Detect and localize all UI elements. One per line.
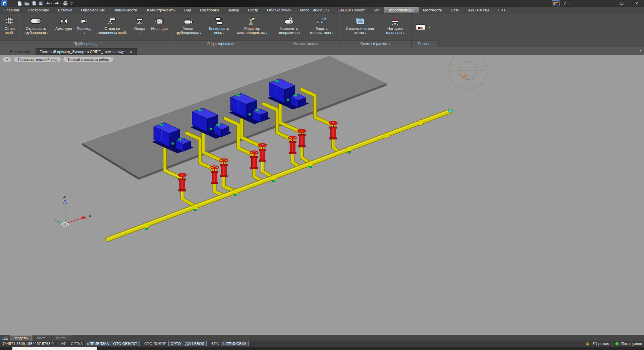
reducer-button[interactable]: Переход ▾ xyxy=(74,14,94,40)
menu-tab-oblaka-tochek[interactable]: Облака точек xyxy=(263,7,296,13)
toggle-otrack-polar[interactable]: ОТС-ПОЛЯР xyxy=(144,342,166,346)
grid-axes-button[interactable]: Сетка осей▾ xyxy=(1,14,19,40)
viewport-plus-button[interactable]: + xyxy=(3,56,11,62)
ucs-axes-icon: Z X xyxy=(55,194,91,226)
tab-sheet1[interactable]: Лист1 xyxy=(32,335,51,341)
help-button[interactable]: ? xyxy=(561,1,568,6)
status-right-group: 3D-режим | Показ узлов xyxy=(586,342,642,346)
menu-tab-nastroyki[interactable]: Настройки xyxy=(196,7,223,13)
menu-tab-avs-smety[interactable]: АВС Сметы xyxy=(464,7,493,13)
minicatalog-button[interactable]: Задать миникаталог▾ xyxy=(305,14,338,40)
menu-tab-postroenie[interactable]: Построение xyxy=(23,7,54,13)
offset-elbow-button[interactable]: Отвод со смещением осей▾ xyxy=(94,14,130,40)
3d-mode-label[interactable]: 3D-режим xyxy=(592,342,609,346)
metal-editor-button[interactable]: Редактор металлопроката▾ xyxy=(233,14,271,40)
menu-tab-oformlenie[interactable]: Оформление xyxy=(77,7,109,13)
close-button[interactable]: ✕ xyxy=(629,0,644,7)
3d-scene: Z X xyxy=(0,55,644,335)
dropdown-arrow-icon: ▾ xyxy=(84,32,85,34)
toggle-osnap[interactable]: оПРИВЯЗКА xyxy=(85,341,111,346)
navigation-wheel[interactable] xyxy=(448,55,487,90)
menu-tab-gtp[interactable]: ГТП xyxy=(493,7,509,13)
doc-tab-test-example[interactable]: Тестовый пример_Экспорт в CPIPE_+земля.d… xyxy=(36,48,137,55)
toggle-otrack-object[interactable]: ОТС-ОБЪЕКТ xyxy=(111,341,140,346)
dropdown-arrow-icon: ▾ xyxy=(47,32,48,34)
isometric-scheme-button[interactable]: AXO Изометрическая схема▾ xyxy=(340,14,380,40)
ribbon-tab-bar: Главная Построение Вставка Оформление За… xyxy=(0,7,644,13)
menu-tab-truboprovody[interactable]: Трубопроводы xyxy=(384,7,419,13)
toggle-dyn-input[interactable]: ДИН-ВВОД xyxy=(183,341,207,346)
armature-button[interactable]: Арматура ▾ xyxy=(53,14,74,40)
menu-tab-glavnaya[interactable]: Главная xyxy=(0,7,23,13)
dropdown-arrow-icon: ▾ xyxy=(266,32,267,34)
ribbon-group-shemy: AXO Изометрическая схема▾ Нагрузки на оп… xyxy=(339,13,412,47)
toggle-lineweight[interactable]: ВЕС xyxy=(211,342,219,346)
menu-tab-mestnost[interactable]: Местность xyxy=(419,7,446,13)
toggle-hatch[interactable]: ШТРИХОВКА xyxy=(221,341,249,346)
dropdown-arrow-icon: ▾ xyxy=(126,32,128,34)
interface-settings-icon[interactable] xyxy=(552,0,560,6)
menu-tab-geo[interactable]: Гео xyxy=(369,7,384,13)
assign-sizes-icon: A xyxy=(284,15,294,27)
dropdown-arrow-icon[interactable]: ▾ xyxy=(429,26,430,29)
dropdown-arrow-icon: ▾ xyxy=(13,32,15,34)
restore-button[interactable]: ❐ xyxy=(614,0,629,7)
copy-all-button[interactable]: Копировать весь▾ xyxy=(205,14,233,40)
menu-tab-3d-instrumenty[interactable]: 3D-инструменты xyxy=(142,7,180,13)
close-tab-icon[interactable]: ✕ xyxy=(129,50,132,54)
minimize-button[interactable]: — xyxy=(600,0,614,7)
draw-pipeline-button[interactable]: Отрисовать трубопровод▾ xyxy=(19,14,53,40)
doc-tab-unnamed[interactable]: Без имени0* xyxy=(6,49,36,55)
support-button[interactable]: Опора ▾ xyxy=(130,14,149,40)
menu-tab-vid[interactable]: Вид xyxy=(180,7,196,13)
viewport-visual-style-control[interactable]: Точный с показом рёбер xyxy=(63,56,114,62)
command-line-field[interactable] xyxy=(12,347,97,350)
save-as-icon[interactable] xyxy=(39,0,44,6)
save-icon[interactable] xyxy=(32,0,37,6)
tab-sheet2[interactable]: Лист2 xyxy=(52,335,70,341)
help-dropdown-icon[interactable]: ▾ xyxy=(568,2,570,5)
app-logo-icon[interactable] xyxy=(0,0,9,7)
undo-dropdown-icon[interactable]: ▾ xyxy=(51,2,52,5)
layout-list-icon[interactable] xyxy=(0,336,10,340)
show-nodes-label[interactable]: Показ узлов xyxy=(621,342,642,346)
tab-list-dropdown-icon[interactable]: ▾ xyxy=(640,49,641,52)
toggle-grid[interactable]: СЕТКА xyxy=(71,342,83,346)
qat-customize-icon[interactable] xyxy=(70,0,73,6)
support-icon xyxy=(135,15,144,27)
status-separator: | xyxy=(612,342,613,346)
toggle-step[interactable]: ШАГ xyxy=(58,342,66,346)
menu-tab-seti[interactable]: Сети xyxy=(446,7,464,13)
menu-tab-zavisimosti[interactable]: Зависимости xyxy=(109,7,142,13)
menu-tab-rastr[interactable]: Растр xyxy=(244,7,263,13)
reducer-icon xyxy=(80,15,88,27)
pipe-slope-button[interactable]: Уклон трубопровода▾ xyxy=(172,14,205,40)
tab-model[interactable]: Модель xyxy=(10,335,32,341)
new-file-icon[interactable] xyxy=(17,0,22,6)
redo-dropdown-icon[interactable]: ▾ xyxy=(60,2,61,5)
bottom-strip xyxy=(0,347,644,350)
open-file-icon[interactable] xyxy=(24,0,30,6)
print-icon[interactable] xyxy=(63,0,68,6)
menu-tab-cadlib-proekt[interactable]: CADLib Проект xyxy=(333,7,369,13)
menu-tab-vstavka[interactable]: Вставка xyxy=(54,7,77,13)
assign-sizes-button[interactable]: A Назначить типоразмеры xyxy=(273,14,305,40)
3d-viewport[interactable]: + Пользовательский вид Точный с показом … xyxy=(0,55,644,335)
svg-text:AXO: AXO xyxy=(359,18,363,20)
support-loads-icon xyxy=(390,15,400,27)
cursor-coordinates: -744571.8309,1854497.5763,0 xyxy=(1,342,54,346)
metal-editor-icon xyxy=(248,15,257,27)
layout-tab-bar: Модель Лист1 Лист2 xyxy=(0,335,644,341)
insulation-button[interactable]: Изоляция xyxy=(149,14,170,40)
toggle-ortho[interactable]: ОРТО xyxy=(168,341,183,346)
undo-icon[interactable]: ▾ xyxy=(46,0,52,6)
ms-button[interactable]: ms ▾ xyxy=(412,14,434,40)
ribbon-group-minikatalogi: A Назначить типоразмеры Задать миникатал… xyxy=(272,13,339,47)
menu-tab-model-studio[interactable]: Model Studio CS xyxy=(296,7,333,13)
title-bar-controls: ? ▾ — ❐ ✕ xyxy=(552,0,644,7)
viewport-view-control[interactable]: Пользовательский вид xyxy=(13,56,61,62)
redo-icon[interactable]: ▾ xyxy=(54,0,61,6)
menu-tab-vyvod[interactable]: Вывод xyxy=(223,7,244,13)
doc-tab-label: Тестовый пример_Экспорт в CPIPE_+земля.d… xyxy=(40,50,125,54)
support-loads-button[interactable]: Нагрузки на опоры▾ xyxy=(380,14,411,40)
